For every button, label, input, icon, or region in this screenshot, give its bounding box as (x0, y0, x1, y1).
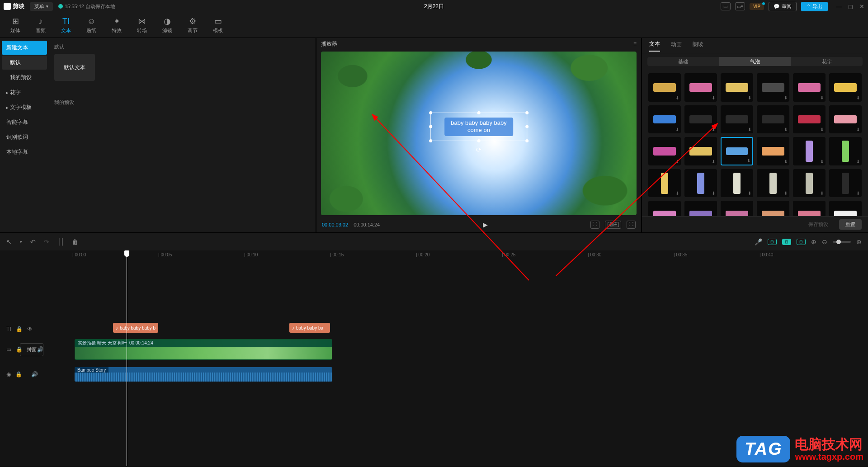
play-button-icon[interactable]: ▶ (483, 221, 488, 228)
lock-icon[interactable]: 🔒 (16, 326, 23, 332)
download-icon[interactable]: ⬇ (712, 159, 715, 164)
sidebar-item[interactable]: 本地字幕 (2, 145, 47, 159)
bubble-style-item[interactable]: ⬇ (684, 105, 717, 134)
bubble-style-item[interactable]: ⬇ (829, 169, 862, 198)
snap-icon-3[interactable]: ⊟ (797, 239, 806, 245)
audio-track-type-icon[interactable]: ◉ (6, 371, 11, 377)
default-text-card[interactable]: 默认文本 (54, 54, 95, 81)
bubble-style-item[interactable]: ⬇ (648, 73, 681, 102)
player-viewport[interactable]: baby baby baby baby come on ⟳ (321, 52, 637, 215)
export-button[interactable]: ⇧ 导出 (801, 2, 828, 11)
snap-icon-1[interactable]: ⊟ (768, 239, 777, 245)
bubble-style-item[interactable]: ⬇ (793, 105, 826, 134)
download-icon[interactable]: ⬇ (675, 127, 679, 132)
lock-icon[interactable]: 🔒 (15, 371, 22, 377)
download-icon[interactable]: ⬇ (856, 127, 860, 132)
mute-icon[interactable]: 🔊 (31, 371, 38, 377)
bubble-style-item[interactable]: ⬇ (721, 137, 753, 165)
download-icon[interactable]: ⬇ (856, 159, 860, 164)
tool-贴纸[interactable]: ☺贴纸 (80, 13, 102, 38)
download-icon[interactable]: ⬇ (784, 159, 788, 164)
download-icon[interactable]: ⬇ (820, 95, 824, 100)
subtab-基础[interactable]: 基础 (647, 57, 719, 66)
bubble-style-item[interactable]: ⬇ (757, 73, 789, 102)
download-icon[interactable]: ⬇ (748, 95, 751, 100)
save-preset-button[interactable]: 保存预设 (802, 219, 835, 230)
tool-媒体[interactable]: ⊞媒体 (5, 13, 26, 38)
bubble-style-item[interactable]: ⬇ (757, 137, 789, 165)
resize-handle[interactable] (477, 139, 480, 142)
download-icon[interactable]: ⬇ (712, 95, 715, 100)
tab-文本[interactable]: 文本 (649, 40, 660, 52)
text-track-type-icon[interactable]: TI (6, 326, 11, 332)
layout-icon-2[interactable]: ▭ (735, 2, 745, 10)
menu-button[interactable]: 菜单 (30, 2, 53, 11)
download-icon[interactable]: ⬇ (820, 159, 824, 164)
zoom-out-icon[interactable]: ⊖ (822, 238, 827, 245)
fullscreen-icon[interactable]: ⛶ (627, 221, 636, 229)
resize-handle[interactable] (525, 139, 528, 142)
redo-icon[interactable]: ↷ (44, 238, 49, 245)
snap-icon-2[interactable]: ⊟ (782, 239, 791, 245)
tool-特效[interactable]: ✦特效 (106, 13, 127, 38)
resize-handle[interactable] (477, 111, 480, 114)
focus-icon[interactable]: ⛶ (590, 221, 599, 229)
tool-模板[interactable]: ▭模板 (207, 13, 229, 38)
bubble-style-item[interactable]: ⬇ (684, 169, 717, 198)
download-icon[interactable]: ⬇ (784, 127, 788, 132)
download-icon[interactable]: ⬇ (712, 127, 715, 132)
resize-handle[interactable] (429, 139, 432, 142)
bubble-style-item[interactable]: ⬇ (684, 73, 717, 102)
rotate-handle-icon[interactable]: ⟳ (476, 146, 481, 153)
video-clip[interactable]: 实景拍摄 晴天 天空 树叶 00:00:14:24 (75, 339, 332, 360)
ratio-button[interactable]: [适应] (605, 221, 621, 229)
text-clip-1[interactable]: ♪ baby baby baby b (113, 323, 158, 333)
bubble-style-item[interactable]: ⬇ (721, 169, 753, 198)
text-clip-2[interactable]: ♪ baby baby ba (289, 323, 330, 333)
pointer-dropdown-icon[interactable]: ▾ (20, 240, 22, 244)
download-icon[interactable]: ⬇ (747, 158, 750, 163)
bubble-style-item[interactable]: ⬇ (829, 73, 862, 102)
bubble-style-item[interactable]: ⬇ (757, 105, 789, 134)
sidebar-item[interactable]: 识别歌词 (2, 130, 47, 144)
download-icon[interactable]: ⬇ (675, 159, 679, 164)
bubble-style-item[interactable]: ⬇ (793, 137, 826, 165)
player-menu-icon[interactable]: ≡ (633, 41, 637, 47)
zoom-slider[interactable] (833, 241, 851, 243)
tool-音频[interactable]: ♪音频 (30, 13, 52, 38)
zoom-in-icon[interactable]: ⊕ (856, 238, 862, 245)
text-bubble-overlay[interactable]: baby baby baby baby come on (444, 118, 513, 137)
sidebar-item[interactable]: 默认 (2, 56, 47, 70)
bubble-style-item[interactable]: ⬇ (721, 201, 753, 216)
sidebar-item[interactable]: 我的预设 (2, 71, 47, 85)
download-icon[interactable]: ⬇ (784, 191, 788, 196)
video-track-content[interactable]: 实景拍摄 晴天 天空 树叶 00:00:14:24 (54, 338, 868, 361)
download-icon[interactable]: ⬇ (820, 191, 824, 196)
text-track-content[interactable]: ♪ baby baby baby b ♪ baby baby ba (54, 320, 868, 338)
review-button[interactable]: 💬 审阅 (769, 2, 797, 11)
bubble-style-item[interactable]: ⬇ (793, 73, 826, 102)
bubble-style-item[interactable]: ⬇ (648, 169, 681, 198)
tool-滤镜[interactable]: ◑滤镜 (156, 13, 178, 38)
bubble-style-item[interactable]: ⬇ (757, 169, 789, 198)
tool-转场[interactable]: ⋈转场 (131, 13, 153, 38)
delete-icon[interactable]: 🗑 (72, 238, 78, 245)
download-icon[interactable]: ⬇ (856, 95, 860, 100)
resize-handle[interactable] (429, 125, 432, 128)
sidebar-item[interactable]: 智能字幕 (2, 115, 47, 129)
tab-朗读[interactable]: 朗读 (693, 41, 703, 51)
bubble-style-item[interactable]: ⬇ (757, 201, 789, 216)
undo-icon[interactable]: ↶ (30, 238, 36, 245)
cover-button[interactable]: 封面 (20, 343, 43, 356)
vip-badge[interactable]: VIP (750, 3, 764, 10)
pointer-tool-icon[interactable]: ↖ (6, 238, 12, 245)
close-icon[interactable]: ✕ (859, 3, 864, 10)
layout-icon-1[interactable]: ▭ (721, 2, 731, 10)
download-icon[interactable]: ⬇ (675, 191, 679, 196)
text-selection-box[interactable]: baby baby baby baby come on ⟳ (430, 113, 527, 142)
timeline-ruler[interactable]: | 00:00| 00:05| 00:10| 00:15| 00:20| 00:… (54, 250, 868, 261)
bubble-style-item[interactable]: ⬇ (829, 105, 862, 134)
tool-调节[interactable]: ⚙调节 (182, 13, 203, 38)
download-icon[interactable]: ⬇ (856, 191, 860, 196)
maximize-icon[interactable]: ◻ (848, 3, 853, 10)
